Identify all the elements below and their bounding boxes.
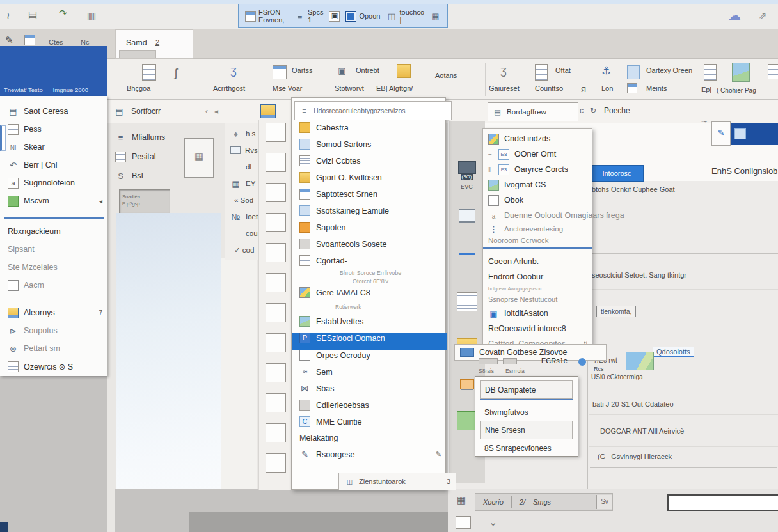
context-menu-item[interactable]: IoitdltAsaton (483, 306, 592, 321)
ribbon-label[interactable]: Oartss (292, 66, 312, 74)
menu-item[interactable]: Orpes Ocroduy (292, 350, 447, 366)
sidebar-item[interactable]: Mscvm ◂ (0, 192, 107, 210)
context-menu-item[interactable]: Endrort Ooobur (483, 269, 592, 285)
sidebar-item[interactable]: Ste Mzceiaies (0, 258, 107, 276)
sidebar-item[interactable] (4, 210, 104, 219)
ribbon-label[interactable]: Aotans (435, 72, 457, 79)
bottom-chip[interactable]: Sv (596, 495, 612, 509)
pen-box-icon[interactable]: ✎ (711, 121, 731, 146)
sidebar-item[interactable]: Rbxngackieum (0, 223, 107, 240)
options-submenu-item[interactable]: Nhe Srsesn (480, 421, 573, 439)
context-menu-item[interactable]: Anctorevemtesiog (483, 223, 592, 235)
qat-button[interactable]: touchco | (386, 8, 424, 24)
doc-blue-icon[interactable] (627, 65, 640, 79)
ribbon-label[interactable]: Epj (701, 86, 711, 93)
sidebar-item[interactable]: Aleornys 7 (0, 304, 107, 322)
ribbon-label[interactable]: Oartexy Oreen (646, 66, 692, 74)
sidebar-item[interactable]: Pettart sm (0, 340, 107, 357)
bottom-input[interactable] (667, 494, 778, 511)
sidebar-item[interactable]: Berr | Cnl (0, 156, 107, 174)
qat-button[interactable]: Spcs 1 (294, 8, 323, 24)
qat-button[interactable] (430, 11, 441, 22)
menu-item[interactable]: Cvlzl Ccbtes (292, 155, 447, 172)
context-menu-item[interactable]: Nooroom Ccrwock (483, 235, 592, 246)
signature-icon[interactable]: ʒ (230, 64, 237, 77)
intro-tab-button[interactable]: Intoorosc (590, 165, 644, 182)
context-menu-item[interactable]: Ssnoprse Nestutucout (483, 293, 592, 306)
cloud-sync-icon[interactable]: ☁ (728, 8, 741, 23)
hook-icon[interactable]: ʒ (500, 64, 507, 77)
mini-seg-icon[interactable] (503, 358, 517, 364)
sidebar-item[interactable] (4, 294, 104, 301)
help-label[interactable]: 2 (155, 38, 159, 46)
qat-button[interactable] (329, 11, 340, 22)
bag-icon[interactable] (397, 64, 411, 78)
menu-item[interactable]: EstabUvettes (292, 316, 447, 332)
page-icon[interactable] (456, 516, 471, 529)
context-menu-item[interactable]: − OOner Ornt (483, 146, 592, 162)
secondary-toolbar-label[interactable]: Sortfocrr (131, 107, 161, 116)
attachment-thumbnail[interactable] (626, 352, 654, 370)
ribbon-label[interactable]: Gaiureset (489, 84, 520, 92)
menu-item[interactable]: MME Cuintie (292, 416, 447, 433)
monitor-small-item[interactable] (460, 379, 474, 389)
chevron-left-icon[interactable]: ‹ (205, 107, 208, 116)
menu-item[interactable]: Svoantecois Sosete (292, 239, 447, 255)
file-button[interactable]: Samd 2 (115, 29, 193, 59)
tag-box[interactable]: tlenkomfa, (596, 306, 636, 317)
context-menu-item[interactable]: ReOoeoavdd intorec8 (483, 321, 592, 336)
sidebar-item[interactable]: Saot Ceresa (0, 102, 107, 120)
bottom-tab[interactable]: 2/ (512, 498, 533, 506)
menu-item[interactable]: Melakating (292, 433, 447, 449)
copy-icon[interactable]: ▥ (87, 10, 96, 22)
options-submenu-item[interactable]: DB Oampatete (480, 380, 573, 399)
ribbon-label[interactable]: Mse Voar (273, 84, 302, 92)
tool-icon[interactable]: ≀ (6, 10, 10, 22)
refresh-label[interactable]: Poeche (604, 106, 630, 115)
options-submenu-item[interactable]: 8S Snrapecvfonees (480, 439, 573, 457)
file-subtab[interactable] (119, 50, 156, 58)
share-send-icon[interactable]: ⇗ (759, 10, 767, 22)
sidebar-item[interactable]: Sipsant (0, 240, 107, 258)
context-menu-item[interactable]: Obok (483, 192, 592, 208)
navy-bar-icon[interactable] (734, 128, 746, 139)
qat-button[interactable]: FSrON Eovnen, (245, 8, 289, 24)
monitor-item[interactable] (459, 209, 475, 222)
options-submenu-item[interactable]: Stwmgfutvos (480, 403, 573, 421)
sidebar-item[interactable]: Aacm (0, 276, 107, 294)
menu-item[interactable]: Cdllerieoebsas (292, 400, 447, 416)
menu-item[interactable]: Ssotskaineg Eamule (292, 205, 447, 222)
context-menu-item[interactable]: Duenne Ooloodt Omagiaars frega (483, 208, 592, 223)
menu-item[interactable]: Cabestra (292, 122, 447, 139)
tabrow-label-nc[interactable]: Nc (81, 38, 89, 46)
list-folder-item[interactable] (457, 292, 477, 311)
options-submenu-item[interactable] (480, 399, 573, 403)
refresh-icon[interactable]: ↻ (590, 106, 596, 115)
content-line[interactable]: Gsvinnygi Hieraeck (611, 453, 672, 460)
chart-icon[interactable] (732, 63, 750, 82)
ribbon-label[interactable]: Meints (646, 84, 667, 92)
context-menu-item[interactable]: bctgrewr Awngngagsrsoc (483, 285, 592, 293)
menu-item[interactable]: Rsoorgese ✎ (292, 449, 447, 465)
more-icon[interactable] (768, 64, 778, 79)
bottom-tab[interactable]: Smgs (533, 498, 559, 506)
preview-frame-icon[interactable]: ▦ (184, 138, 214, 178)
people-icon[interactable]: ʃ (175, 66, 177, 80)
menu-item[interactable]: Sapoten (292, 222, 447, 239)
sidebar-item[interactable]: Sugnnoloteion (0, 174, 107, 192)
ribbon-button-label[interactable]: Acrrthgost (213, 84, 245, 92)
mini-seg-icon[interactable] (479, 358, 498, 364)
mini-chip-label[interactable]: ECRs1e (541, 357, 568, 364)
new-item-icon[interactable] (142, 64, 156, 81)
grid-view-icon[interactable]: ▦ (457, 494, 466, 506)
photo-item[interactable]: (3O) (458, 161, 476, 180)
chevron-down-icon[interactable]: ⌄ (489, 516, 497, 528)
bottom-tab[interactable]: Xoorio (475, 498, 511, 506)
tabrow-label-ctes[interactable]: Ctes (49, 38, 63, 46)
ribbon-label[interactable]: Я (581, 86, 586, 93)
table-icon[interactable] (273, 65, 287, 79)
menu-item[interactable]: Gere IAMALC8 (292, 287, 447, 304)
sidebar-item[interactable]: Pess (0, 120, 107, 138)
context-menu-item[interactable]: Ivogmat CS (483, 177, 592, 192)
menu-item[interactable]: Rotierwerk (292, 304, 447, 316)
